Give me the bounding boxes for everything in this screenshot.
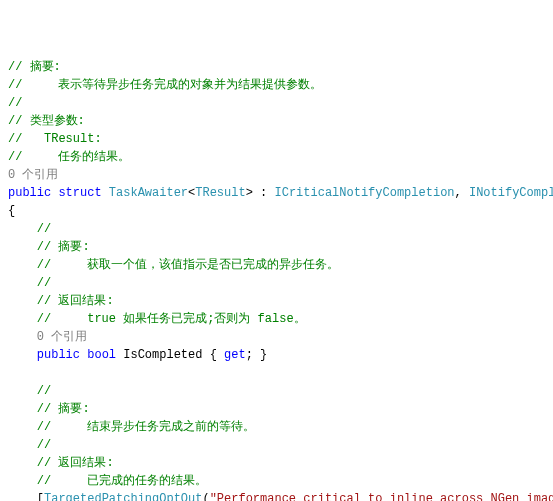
code-token: // 摘要: xyxy=(8,60,61,74)
code-token: 0 个引用 xyxy=(8,168,58,182)
code-token: public xyxy=(37,348,80,362)
code-token: "Performance critical to inline across N… xyxy=(210,492,553,501)
code-token: // xyxy=(8,222,51,236)
code-block: // 摘要:// 表示等待异步任务完成的对象并为结果提供参数。//// 类型参数… xyxy=(8,58,545,501)
code-token: [ xyxy=(8,492,44,501)
code-line: 0 个引用 xyxy=(8,328,545,346)
code-line: public bool IsCompleted { get; } xyxy=(8,346,545,364)
code-token: // 结束异步任务完成之前的等待。 xyxy=(8,420,255,434)
code-token: 0 个引用 xyxy=(8,330,87,344)
code-line: // 返回结果: xyxy=(8,454,545,472)
code-line: { xyxy=(8,202,545,220)
code-line: // 表示等待异步任务完成的对象并为结果提供参数。 xyxy=(8,76,545,94)
code-line: // 摘要: xyxy=(8,400,545,418)
code-line: // 获取一个值，该值指示是否已完成的异步任务。 xyxy=(8,256,545,274)
code-token: // 返回结果: xyxy=(8,456,114,470)
code-token: // 摘要: xyxy=(8,402,90,416)
code-line: // true 如果任务已完成;否则为 false。 xyxy=(8,310,545,328)
code-line: // xyxy=(8,94,545,112)
code-line: [TargetedPatchingOptOut("Performance cri… xyxy=(8,490,545,501)
code-token: , xyxy=(455,186,469,200)
code-token: TaskAwaiter xyxy=(109,186,188,200)
code-token: // 表示等待异步任务完成的对象并为结果提供参数。 xyxy=(8,78,322,92)
code-token: INotifyCompletion xyxy=(469,186,553,200)
code-token: // 类型参数: xyxy=(8,114,85,128)
code-token: // 返回结果: xyxy=(8,294,114,308)
code-line xyxy=(8,364,545,382)
code-line: // xyxy=(8,382,545,400)
code-line: // 结束异步任务完成之前的等待。 xyxy=(8,418,545,436)
code-token: // true 如果任务已完成;否则为 false。 xyxy=(8,312,306,326)
code-token xyxy=(102,186,109,200)
code-line: // 摘要: xyxy=(8,58,545,76)
code-line: // TResult: xyxy=(8,130,545,148)
code-line: // 已完成的任务的结果。 xyxy=(8,472,545,490)
code-line: // xyxy=(8,220,545,238)
code-token: struct xyxy=(58,186,101,200)
code-token: get xyxy=(224,348,246,362)
code-line: // 返回结果: xyxy=(8,292,545,310)
code-line: public struct TaskAwaiter<TResult> : ICr… xyxy=(8,184,545,202)
code-token: // 已完成的任务的结果。 xyxy=(8,474,207,488)
code-line: // 任务的结果。 xyxy=(8,148,545,166)
code-token: // xyxy=(8,438,51,452)
code-token: { xyxy=(8,204,15,218)
code-line: // xyxy=(8,436,545,454)
code-line: // 类型参数: xyxy=(8,112,545,130)
code-token: // 任务的结果。 xyxy=(8,150,130,164)
code-token: > : xyxy=(246,186,275,200)
code-token: bool xyxy=(87,348,116,362)
code-token: ( xyxy=(202,492,209,501)
code-token: ; } xyxy=(246,348,268,362)
code-token: public xyxy=(8,186,51,200)
code-token: // 获取一个值，该值指示是否已完成的异步任务。 xyxy=(8,258,339,272)
code-token xyxy=(8,348,37,362)
code-token: TResult xyxy=(195,186,245,200)
code-token: // xyxy=(8,384,51,398)
code-token: IsCompleted { xyxy=(116,348,224,362)
code-line: 0 个引用 xyxy=(8,166,545,184)
code-token: // xyxy=(8,276,51,290)
code-token: // TResult: xyxy=(8,132,102,146)
code-line: // 摘要: xyxy=(8,238,545,256)
code-token xyxy=(8,366,15,380)
code-token: // 摘要: xyxy=(8,240,90,254)
code-line: // xyxy=(8,274,545,292)
code-token: ICriticalNotifyCompletion xyxy=(275,186,455,200)
code-token: // xyxy=(8,96,22,110)
code-token: TargetedPatchingOptOut xyxy=(44,492,202,501)
